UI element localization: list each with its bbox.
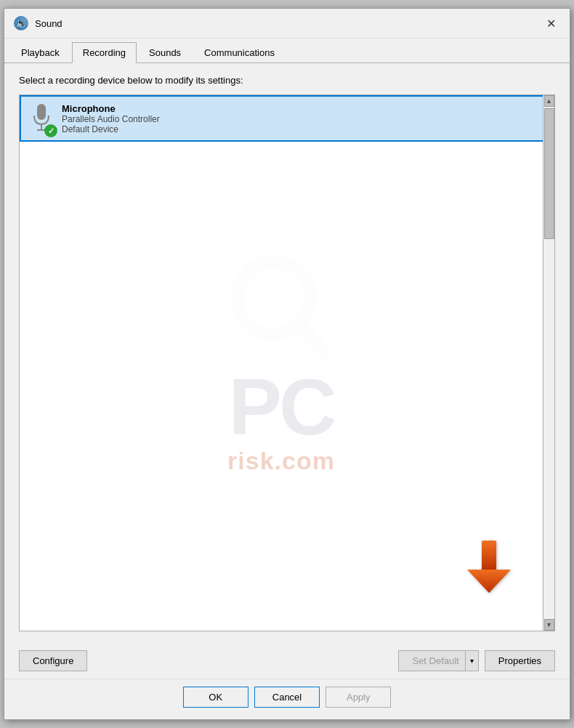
svg-text:🔊: 🔊 xyxy=(15,17,28,30)
properties-button[interactable]: Properties xyxy=(485,650,555,671)
watermark-risk: risk.com xyxy=(227,447,335,475)
svg-marker-10 xyxy=(467,570,511,593)
sound-icon: 🔊 xyxy=(13,15,29,31)
default-badge: ✓ xyxy=(44,124,57,137)
close-button[interactable]: ✕ xyxy=(541,15,561,32)
bottom-buttons: Configure Set Default ▾ Properties xyxy=(4,643,570,679)
cancel-button[interactable]: Cancel xyxy=(254,687,320,708)
ok-button[interactable]: OK xyxy=(183,687,248,708)
sound-dialog: 🔊 Sound ✕ Playback Recording Sounds Comm… xyxy=(4,8,570,720)
content-area: Select a recording device below to modif… xyxy=(4,63,570,643)
scrollbar[interactable]: ▲ ▼ xyxy=(543,95,554,631)
footer: OK Cancel Apply xyxy=(4,679,570,719)
tab-recording[interactable]: Recording xyxy=(72,42,137,63)
watermark: PC risk.com xyxy=(20,95,543,631)
tab-bar: Playback Recording Sounds Communications xyxy=(4,39,570,63)
device-item-microphone[interactable]: ✓ Microphone Parallels Audio Controller … xyxy=(20,95,554,142)
watermark-pc: PC xyxy=(229,367,334,447)
svg-rect-2 xyxy=(37,104,46,120)
apply-button[interactable]: Apply xyxy=(326,687,391,708)
device-info: Microphone Parallels Audio Controller De… xyxy=(62,103,546,134)
svg-point-8 xyxy=(258,299,290,319)
device-name: Microphone xyxy=(62,103,546,114)
scrollbar-thumb[interactable] xyxy=(544,108,554,239)
device-controller: Parallels Audio Controller xyxy=(62,114,546,124)
svg-line-6 xyxy=(302,325,325,352)
device-list[interactable]: ✓ Microphone Parallels Audio Controller … xyxy=(19,94,555,631)
configure-button[interactable]: Configure xyxy=(19,650,87,671)
watermark-logo xyxy=(223,251,339,367)
window-title: Sound xyxy=(35,18,541,29)
device-status: Default Device xyxy=(62,124,546,134)
svg-point-5 xyxy=(238,262,310,334)
device-icon-wrap: ✓ xyxy=(28,102,54,134)
tab-sounds[interactable]: Sounds xyxy=(138,42,192,63)
set-default-button[interactable]: Set Default xyxy=(398,650,464,671)
set-default-group: Set Default ▾ xyxy=(398,650,478,671)
svg-rect-9 xyxy=(482,541,496,571)
instruction-text: Select a recording device below to modif… xyxy=(19,75,555,86)
set-default-dropdown-button[interactable]: ▾ xyxy=(465,650,479,671)
tab-playback[interactable]: Playback xyxy=(10,42,70,63)
down-arrow-indicator xyxy=(467,541,511,602)
title-bar: 🔊 Sound ✕ xyxy=(4,9,570,39)
svg-point-7 xyxy=(264,280,284,301)
tab-communications[interactable]: Communications xyxy=(193,42,286,63)
